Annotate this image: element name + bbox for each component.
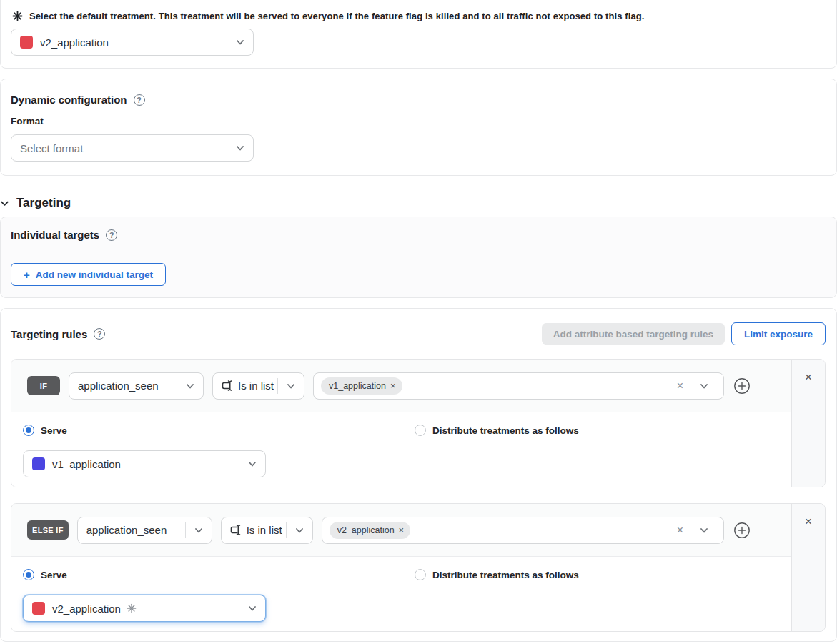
targeting-rules-section: Targeting rules ? Add attribute based ta… <box>0 308 837 642</box>
rule-values-input[interactable]: v1_application × × <box>313 372 724 400</box>
default-treatment-note: Select the default treatment. This treat… <box>29 11 645 21</box>
targeting-title: Targeting <box>16 196 71 210</box>
value-tag-label: v1_application <box>329 381 386 391</box>
targeting-section-header[interactable]: Targeting <box>0 195 837 211</box>
format-dropdown[interactable]: Select format <box>11 134 254 162</box>
distribute-label: Distribute treatments as follows <box>432 425 579 436</box>
serve-treatment-dropdown[interactable]: v1_application <box>23 450 266 477</box>
chevron-down-icon[interactable] <box>186 524 212 537</box>
rule-values-input[interactable]: v2_application × × <box>322 517 724 544</box>
dynamic-configuration-title: Dynamic configuration <box>11 94 127 106</box>
value-tag: v2_application × <box>330 522 411 539</box>
add-condition-button[interactable] <box>733 377 751 395</box>
add-attribute-rules-button[interactable]: Add attribute based targeting rules <box>542 323 725 345</box>
distribute-radio[interactable] <box>415 569 426 580</box>
chevron-down-icon[interactable] <box>177 380 203 392</box>
help-icon[interactable]: ? <box>94 328 105 340</box>
value-tag: v1_application × <box>321 377 402 395</box>
attribute-dropdown[interactable]: application_seen <box>69 372 204 400</box>
value-tag-label: v2_application <box>337 525 395 535</box>
serve-treatment-dropdown[interactable]: v2_application <box>23 595 266 622</box>
dynamic-configuration-section: Dynamic configuration ? Format Select fo… <box>0 79 837 176</box>
targeting-rules-title: Targeting rules <box>11 328 87 340</box>
individual-targets-section: Individual targets ? + Add new individua… <box>0 217 837 298</box>
chevron-down-icon[interactable] <box>287 524 312 537</box>
matcher-value: Is in list <box>247 524 282 536</box>
distribute-radio[interactable] <box>415 425 426 436</box>
clear-values-icon[interactable]: × <box>668 380 693 392</box>
individual-targets-title: Individual targets <box>11 229 99 241</box>
serve-radio[interactable] <box>23 569 34 580</box>
chevron-down-icon[interactable] <box>693 380 715 392</box>
string-matcher-icon <box>229 523 242 537</box>
condition-badge: ELSE IF <box>27 520 69 540</box>
attribute-value: application_seen <box>86 524 167 536</box>
serve-radio[interactable] <box>23 425 34 436</box>
add-individual-target-button[interactable]: + Add new individual target <box>11 263 166 286</box>
help-icon[interactable]: ? <box>134 94 145 106</box>
attribute-dropdown[interactable]: application_seen <box>77 517 212 544</box>
asterisk-icon <box>12 11 23 21</box>
clear-values-icon[interactable]: × <box>668 524 693 537</box>
default-treatment-note-row: Select the default treatment. This treat… <box>12 11 825 21</box>
targeting-rule: IF application_seen <box>11 359 826 487</box>
feature-flag-definition-page: Select the default treatment. This treat… <box>0 0 837 644</box>
distribute-label: Distribute treatments as follows <box>432 570 579 580</box>
format-placeholder: Select format <box>20 142 83 154</box>
default-treatment-dropdown[interactable]: v2_application <box>11 29 254 56</box>
matcher-dropdown[interactable]: Is in list <box>212 372 304 400</box>
default-treatment-asterisk-icon <box>127 603 137 613</box>
serve-treatment-value: v2_application <box>52 603 121 615</box>
string-matcher-icon <box>220 379 234 392</box>
targeting-rule: ELSE IF application_seen <box>11 503 826 632</box>
serve-treatment-value: v1_application <box>52 458 121 470</box>
delete-rule-icon[interactable]: × <box>805 515 812 527</box>
attribute-value: application_seen <box>78 380 159 392</box>
limit-exposure-button[interactable]: Limit exposure <box>731 322 826 345</box>
chevron-down-icon[interactable] <box>239 457 265 470</box>
serve-label: Serve <box>41 570 67 580</box>
matcher-value: Is in list <box>238 380 274 392</box>
remove-tag-icon[interactable]: × <box>399 525 405 535</box>
treatment-color-swatch <box>32 602 45 615</box>
default-treatment-value: v2_application <box>40 36 109 49</box>
chevron-down-icon[interactable] <box>278 380 304 392</box>
chevron-down-icon[interactable] <box>227 142 253 154</box>
plus-icon: + <box>24 269 30 281</box>
treatment-color-swatch <box>32 457 45 470</box>
treatment-color-swatch <box>20 36 33 49</box>
remove-tag-icon[interactable]: × <box>390 381 396 390</box>
chevron-down-icon[interactable] <box>693 524 715 537</box>
chevron-down-icon[interactable] <box>227 36 253 49</box>
collapse-chevron-icon[interactable] <box>0 197 11 209</box>
default-treatment-section: Select the default treatment. This treat… <box>0 0 837 69</box>
condition-badge: IF <box>27 376 60 395</box>
add-individual-target-label: Add new individual target <box>36 269 153 280</box>
add-condition-button[interactable] <box>733 521 751 540</box>
help-icon[interactable]: ? <box>106 229 117 241</box>
serve-label: Serve <box>41 425 67 436</box>
format-label: Format <box>11 116 825 127</box>
delete-rule-icon[interactable]: × <box>805 371 812 383</box>
matcher-dropdown[interactable]: Is in list <box>221 517 313 544</box>
chevron-down-icon[interactable] <box>239 602 265 615</box>
